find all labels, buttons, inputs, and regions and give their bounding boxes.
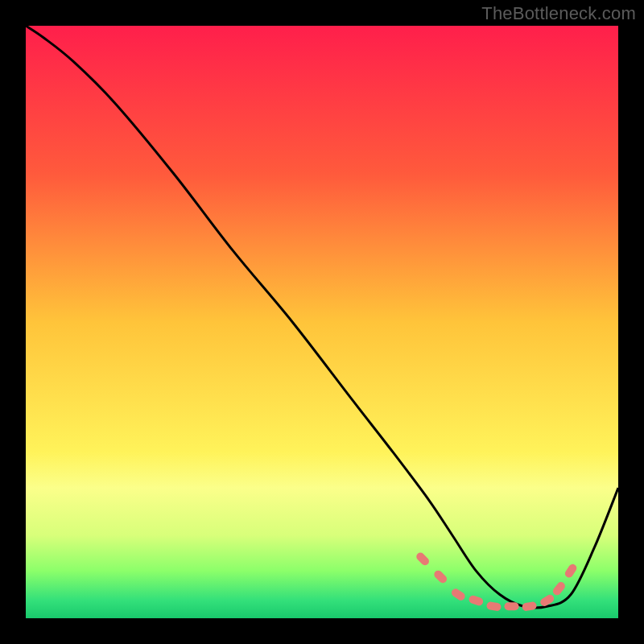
chart-frame: TheBottleneck.com: [0, 0, 644, 644]
gradient-rect: [26, 26, 618, 618]
marker-dot: [505, 602, 519, 610]
watermark-text: TheBottleneck.com: [481, 3, 636, 24]
plot-area: [26, 26, 618, 618]
chart-svg: [26, 26, 618, 618]
